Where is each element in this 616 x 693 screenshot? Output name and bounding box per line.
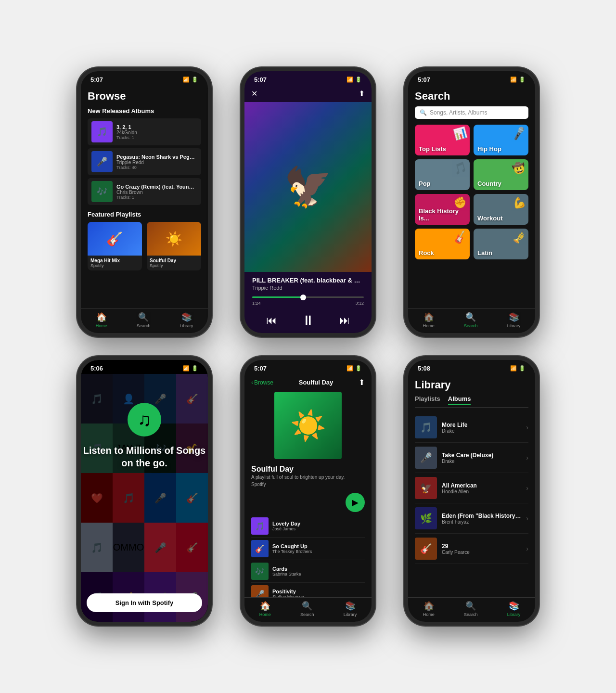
nav-library-5[interactable]: 📚Library xyxy=(344,601,357,617)
nav-library-1[interactable]: 📚Library xyxy=(180,312,193,328)
spotify-logo: ♫ xyxy=(128,403,161,436)
track-item-4[interactable]: 🎤 Positivity Steffen Morrison xyxy=(251,583,365,597)
progress-bar[interactable] xyxy=(252,296,364,298)
lib-info-4: Eden (From "Black History Always / Mu...… xyxy=(442,513,521,525)
progress-thumb xyxy=(300,295,306,300)
library-screen: Library Playlists Albums 🎵 More Life Dra… xyxy=(408,374,535,597)
tab-albums[interactable]: Albums xyxy=(448,395,471,405)
phone-browse: 5:07 📶 🔋 Browse New Released Albums 🎵 xyxy=(72,67,217,337)
genre-latin[interactable]: 🎺 Latin xyxy=(474,229,528,259)
new-albums-section: New Released Albums xyxy=(88,107,201,115)
mosaic-9: ❤️ xyxy=(81,473,113,523)
album-info-3: Go Crazy (Remix) (feat. Young Thug, Futu… xyxy=(116,184,197,200)
lib-artist-3: Hoodie Allen xyxy=(442,489,521,494)
nav-home-6[interactable]: 🏠Home xyxy=(423,601,435,617)
genre-pop[interactable]: 🎵 Pop xyxy=(415,159,470,190)
lib-album-5[interactable]: 🎸 29 Carly Pearce › xyxy=(415,534,528,564)
album-item-2[interactable]: 🎤 Pegasus: Neon Shark vs Pegasus Present… xyxy=(88,148,201,175)
status-bar-6: 5:08 📶 🔋 xyxy=(408,360,535,374)
splash-content: ♫ Listen to Millions of Songs on the go. xyxy=(81,374,208,469)
chevron-left-icon: ‹ xyxy=(251,379,253,386)
lib-album-1[interactable]: 🎵 More Life Drake › xyxy=(415,412,528,443)
genre-top-lists[interactable]: 📊 Top Lists xyxy=(415,125,470,155)
genre-label-hip-hop: Hip Hop xyxy=(477,145,501,153)
rock-icon: 🎸 xyxy=(452,230,468,245)
share-btn-player[interactable]: ⬆ xyxy=(359,89,365,98)
genre-country[interactable]: 🤠 Country xyxy=(474,159,528,190)
track-thumb-1: 🎵 xyxy=(251,517,269,535)
track-item-1[interactable]: 🎵 Lovely Day José James xyxy=(251,515,365,538)
playlist-card-2[interactable]: ☀️ Soulful Day Spotify xyxy=(147,222,201,270)
rewind-btn[interactable]: ⏮ xyxy=(266,314,277,327)
home-icon-3: 🏠 xyxy=(424,312,434,322)
track-info-1: Lovely Day José James xyxy=(272,521,365,531)
nav-home-3[interactable]: 🏠Home xyxy=(423,312,435,328)
close-btn[interactable]: ✕ xyxy=(251,89,257,98)
album-tracks-2: Tracks: 40 xyxy=(116,165,197,170)
chevron-icon-2: › xyxy=(526,454,528,462)
genre-workout[interactable]: 💪 Workout xyxy=(474,194,528,225)
wifi-icon-2: 📶 xyxy=(346,77,353,83)
nav-library-3[interactable]: 📚Library xyxy=(507,312,521,328)
wifi-icon-6: 📶 xyxy=(510,365,517,372)
nav-library-6[interactable]: 📚Library xyxy=(507,601,521,617)
lib-album-2[interactable]: 🎤 Take Care (Deluxe) Drake › xyxy=(415,443,528,473)
wifi-icon-5: 📶 xyxy=(346,365,353,372)
genre-hip-hop[interactable]: 🎤 Hip Hop xyxy=(474,125,528,155)
mosaic-16: 🎸 xyxy=(176,523,208,572)
playlist-card-1[interactable]: 🎸 Mega Hit Mix Spotify xyxy=(88,222,142,270)
play-circle-button[interactable]: ▶ xyxy=(346,493,365,512)
bottom-nav-1: 🏠Home 🔍Search 📚Library xyxy=(81,308,208,333)
player-art: 🦅 xyxy=(244,102,372,272)
lib-album-4[interactable]: 🌿 Eden (From "Black History Always / Mu.… xyxy=(415,503,528,534)
status-time-4: 5:06 xyxy=(90,365,103,372)
lib-album-3[interactable]: 🦅 All American Hoodie Allen › xyxy=(415,473,528,503)
tab-playlists[interactable]: Playlists xyxy=(415,395,440,405)
search-icon-1: 🔍 xyxy=(138,312,149,322)
genre-label-black-history: Black History Is... xyxy=(419,207,466,222)
forward-btn[interactable]: ⏭ xyxy=(339,314,350,327)
nav-home-1[interactable]: 🏠Home xyxy=(96,312,107,328)
home-icon-1: 🏠 xyxy=(96,312,107,322)
nav-search-1[interactable]: 🔍Search xyxy=(137,312,151,328)
playlist-owner-2: Spotify xyxy=(150,263,198,268)
album-list: 🎵 3, 2, 1 24kGoldn Tracks: 1 🎤 Pegasus: … xyxy=(88,118,201,205)
status-time-1: 5:07 xyxy=(90,76,103,83)
signin-button[interactable]: Sign In with Spotify xyxy=(87,593,203,612)
player-progress[interactable]: 1:24 3:12 xyxy=(244,293,372,309)
status-time-6: 5:08 xyxy=(418,365,430,372)
nav-home-5[interactable]: 🏠Home xyxy=(259,601,271,617)
album-item-3[interactable]: 🎶 Go Crazy (Remix) (feat. Young Thug, Fu… xyxy=(88,178,201,205)
track-item-3[interactable]: 🎶 Cards Sabrina Starke xyxy=(251,560,365,583)
album-item-1[interactable]: 🎵 3, 2, 1 24kGoldn Tracks: 1 xyxy=(88,118,201,145)
nav-search-5[interactable]: 🔍Search xyxy=(300,601,314,617)
mosaic-13: 🎵 xyxy=(81,523,113,572)
lib-artist-5: Carly Pearce xyxy=(442,550,521,555)
status-icons-6: 📶 🔋 xyxy=(510,365,526,372)
nav-search-3[interactable]: 🔍Search xyxy=(464,312,478,328)
lib-name-1: More Life xyxy=(442,422,521,428)
track-name-4: Positivity xyxy=(272,589,365,594)
spotify-logo-icon: ♫ xyxy=(138,410,152,430)
album-info-2: Pegasus: Neon Shark vs Pegasus Presented… xyxy=(116,154,197,170)
album-art-3: 🎶 xyxy=(91,181,113,202)
search-input-bar[interactable]: 🔍 Songs, Artists, Albums xyxy=(415,106,528,119)
playlist-info-2: Soulful Day Spotify xyxy=(147,256,201,270)
track-info-4: Positivity Steffen Morrison xyxy=(272,589,365,597)
share-btn-5[interactable]: ⬆ xyxy=(359,378,365,387)
search-icon-3b: 🔍 xyxy=(465,312,476,322)
genre-rock[interactable]: 🎸 Rock xyxy=(415,229,470,259)
back-button[interactable]: ‹ Browse xyxy=(251,379,273,386)
play-pause-btn[interactable]: ⏸ xyxy=(301,312,315,328)
track-name-2: So Caught Up xyxy=(272,543,365,549)
genre-black-history[interactable]: ✊ Black History Is... xyxy=(415,194,470,225)
nav-search-6[interactable]: 🔍Search xyxy=(464,601,478,617)
playlist-detail-screen: ‹ Browse Soulful Day ⬆ ☀️ Soulful Day A … xyxy=(244,374,372,597)
workout-icon: 💪 xyxy=(511,195,527,211)
album-tracks-3: Tracks: 1 xyxy=(116,195,197,200)
playlist-play-row: ▶ xyxy=(244,490,372,515)
bottom-nav-6: 🏠Home 🔍Search 📚Library xyxy=(408,597,535,622)
track-item-2[interactable]: 🎸 So Caught Up The Teskey Brothers xyxy=(251,538,365,560)
playlist-detail-title: Soulful Day xyxy=(299,379,334,386)
mosaic-12: 🎸 xyxy=(176,473,208,523)
